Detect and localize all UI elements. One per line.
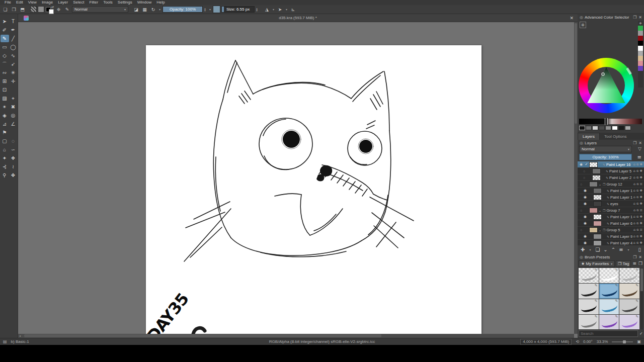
history-color-swatch[interactable] [638,51,643,56]
visibility-eye-icon[interactable]: ○ [579,183,584,186]
layer-name[interactable]: Paint Layer 9 [610,234,632,239]
tool-button[interactable]: ✒ [9,26,18,34]
lock-icon[interactable]: ⌂ [633,175,635,179]
tool-button[interactable]: ➤ [1,18,9,25]
layer-thumbnail[interactable] [593,201,602,207]
tab-tool-options[interactable]: Tool Options [600,133,631,140]
brush-preset-tile[interactable]: ✎ [599,268,619,283]
horizontal-scrollbar-thumb[interactable] [24,334,381,337]
layer-row[interactable]: ◉ ✎ Paint Layer 9 ⌂ α ❖ [578,233,644,240]
size-spinner[interactable]: ▲▼ [256,8,259,12]
delete-layer-button[interactable]: ▯ [638,247,641,252]
visibility-eye-icon[interactable]: ◉ [583,221,588,225]
tool-button[interactable]: ⊰ [1,163,9,170]
tool-button[interactable]: ⌒ [1,60,9,68]
tool-button[interactable]: ∠ [9,120,18,128]
alpha-lock-icon[interactable]: α [636,228,638,232]
properties-arrow-icon[interactable]: ▾ [627,248,630,251]
tool-button[interactable]: ◈ [1,112,9,119]
horizontal-scrollbar[interactable]: ◂ [18,334,574,338]
tool-button[interactable]: ✛ [9,77,18,85]
search-input[interactable] [579,330,638,337]
brush-preset-tile[interactable]: ✎ [619,299,639,314]
alpha-lock-icon[interactable]: α [636,241,638,245]
lock-icon[interactable]: ⌂ [633,195,635,199]
layer-properties-button[interactable]: ≡ [619,247,623,252]
alpha-lock-icon[interactable]: α [636,221,638,225]
eraser-mode-icon[interactable]: ◪ [132,6,140,13]
layer-name[interactable]: Paint Layer 14 [610,215,632,219]
layer-row[interactable]: ◉ ✎ Paint Layer 11 ⌂ α ❖ [578,194,644,201]
menu-item[interactable]: Edit [14,0,26,5]
tool-button[interactable]: ✳ [9,69,18,76]
tool-button[interactable]: ✦ [1,154,9,162]
alpha-lock-icon[interactable]: α [636,202,638,206]
tool-button[interactable]: ✴ [1,103,9,111]
visibility-eye-icon[interactable]: ◉ [583,215,588,219]
layer-row[interactable]: ○ ⌄ ❒ Group 7 ⌂ α ≡ [578,207,644,214]
hue-ring[interactable] [579,58,634,113]
menu-item[interactable]: View [26,0,39,5]
lock-icon[interactable]: ⌂ [633,221,635,225]
layer-thumbnail[interactable] [593,234,602,239]
canvas-rotation-value[interactable]: 0.00° [583,339,593,344]
group-collapse-icon[interactable]: ⌄ [599,183,602,186]
visibility-eye-icon[interactable]: ◉ [579,162,584,166]
visibility-eye-icon[interactable]: ○ [582,169,587,173]
add-layer-arrow-icon[interactable]: ▾ [588,248,592,251]
tool-button[interactable]: ❖ [9,154,18,162]
mini-color-swatch[interactable] [612,126,618,130]
tab-layers[interactable]: Layers [578,133,600,140]
brush-preset-tile[interactable]: ✎ [599,284,619,299]
layer-thumbnail[interactable] [589,208,598,213]
mini-color-swatch[interactable] [592,126,598,130]
fullscreen-icon[interactable]: ▣ [637,339,641,344]
lock-icon[interactable]: ⌂ [633,162,635,166]
inherit-alpha-icon[interactable]: ❖ [639,221,642,225]
visibility-eye-icon[interactable]: ○ [579,209,584,212]
vertical-scrollbar-thumb[interactable] [575,23,577,124]
layer-name[interactable]: Paint Layer 11 [610,195,632,200]
tool-button[interactable]: ∾ [1,69,9,76]
inherit-alpha-icon[interactable]: ❖ [639,234,642,238]
mini-color-swatch[interactable] [599,126,605,130]
blending-mode-dropdown[interactable]: Normal ▾ [72,6,128,13]
current-color-swatch[interactable] [213,6,220,13]
menu-item[interactable]: Filter [87,0,101,5]
presets-view-icon[interactable]: ❐ [638,261,643,266]
lock-icon[interactable]: ⌂ [633,241,635,245]
inherit-alpha-icon[interactable]: ❖ [639,175,642,179]
shade-gradient-strip[interactable] [579,119,642,124]
inherit-alpha-icon[interactable]: ❖ [639,202,642,206]
group-collapse-icon[interactable]: ⌄ [599,228,602,232]
inherit-alpha-icon[interactable]: ❖ [639,195,642,199]
edit-brush-settings-icon[interactable]: ✎ [63,6,71,13]
menu-item[interactable]: Image [39,0,55,5]
tool-button[interactable]: ◌ [9,137,18,145]
layer-row[interactable]: ◉ ✎ Paint Layer 13 ⌂ α ❖ [578,188,644,194]
layer-name[interactable]: eyes [610,202,632,206]
alpha-lock-icon[interactable]: α [636,189,638,193]
close-docker-icon[interactable]: ✕ [638,15,642,20]
tool-button[interactable]: ≀ [9,163,18,170]
layer-name[interactable]: Paint Layer 16 [606,162,632,167]
history-color-swatch[interactable] [638,26,643,31]
gradient-chooser[interactable] [30,6,37,13]
tool-button[interactable]: ⌖ [9,95,18,102]
layer-name[interactable]: Paint Layer 4 [610,241,632,245]
layer-opacity-slider[interactable]: Opacity: 100% [579,154,632,160]
layer-thumbnail[interactable] [589,182,598,187]
horizontal-mirror-icon[interactable]: ◮ [263,6,271,13]
layer-thumbnail[interactable] [593,221,602,226]
alpha-lock-icon[interactable]: α [636,169,638,173]
layer-thumbnail[interactable] [589,162,598,167]
gradient-handle[interactable] [605,118,608,125]
pattern-chooser[interactable] [38,6,44,13]
layer-thumbnail[interactable] [592,168,601,174]
alpha-lock-icon[interactable]: α [636,162,638,166]
layer-filter-icon[interactable]: ▽ [638,146,641,151]
layer-thumbnail[interactable] [593,188,602,194]
float-docker-icon[interactable]: ❐ [633,255,636,259]
layer-thumbnail[interactable] [593,240,602,246]
group-collapse-icon[interactable]: ⌄ [599,209,602,212]
